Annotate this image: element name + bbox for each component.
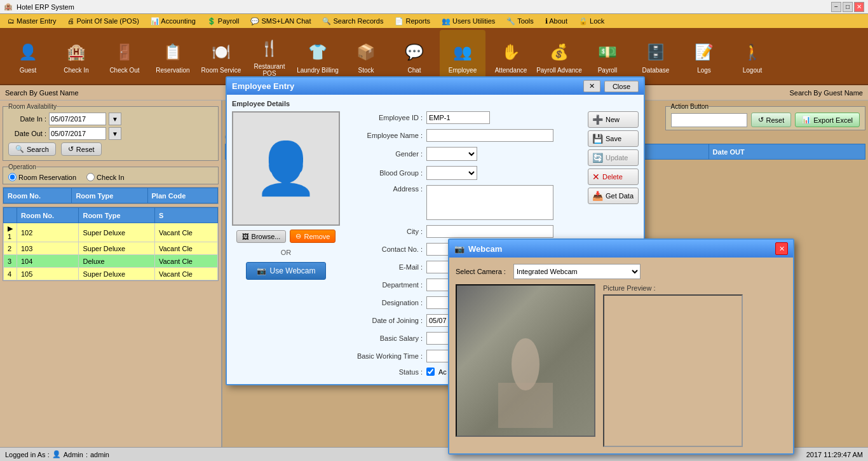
- delete-button[interactable]: ✕ Delete: [588, 169, 639, 185]
- radio-room-reservation-input[interactable]: [8, 173, 17, 181]
- radio-room-reservation[interactable]: Room Reservation: [8, 173, 76, 181]
- toolbar-restaurant[interactable]: 🍴 Restaurant POS: [247, 30, 292, 82]
- toolbar-checkin-label: Check In: [64, 67, 88, 74]
- use-webcam-label: Use Webcam: [270, 266, 316, 275]
- menu-accounting[interactable]: 📊 Accounting: [146, 16, 201, 27]
- toolbar-employee[interactable]: 👥 Employee: [440, 30, 485, 82]
- toolbar-payroll-advance[interactable]: 💰 Payroll Advance: [536, 30, 582, 82]
- row-room-type: Super Deluxe: [79, 268, 155, 280]
- menu-tools[interactable]: 🔧 Tools: [501, 16, 539, 27]
- date-joining-label: Date of Joining :: [346, 317, 423, 324]
- menu-payroll[interactable]: 💲 Payroll: [202, 16, 245, 27]
- reset-button[interactable]: ↺ Reset: [61, 142, 102, 156]
- menu-master-entry[interactable]: 🗂 Master Entry: [3, 16, 61, 26]
- address-textarea[interactable]: [426, 185, 553, 220]
- toolbar-guest[interactable]: 👤 Guest: [5, 30, 51, 82]
- date-in-label: Date In :: [8, 115, 46, 123]
- row-room-no: 103: [17, 242, 79, 255]
- status-label: Status :: [346, 368, 423, 376]
- close-button[interactable]: ✕: [854, 2, 864, 12]
- employee-dialog-close-x-button[interactable]: ✕: [583, 80, 600, 92]
- minimize-button[interactable]: −: [831, 2, 841, 12]
- toolbar-logout[interactable]: 🚶 Logout: [729, 30, 775, 82]
- maximize-button[interactable]: □: [843, 2, 853, 12]
- get-data-button[interactable]: 📥 Get Data: [588, 188, 639, 204]
- logged-in-label: Logged in As :: [5, 451, 50, 458]
- toolbar-room-service[interactable]: 🍽️ Room Service: [198, 30, 244, 82]
- toolbar-payroll[interactable]: 💵 Payroll: [585, 30, 630, 82]
- date-out-input[interactable]: [49, 127, 106, 140]
- use-webcam-button[interactable]: 📷 Use Webcam: [246, 262, 327, 280]
- blood-group-select[interactable]: A+A- B+B- AB+AB- O+O-: [426, 166, 477, 180]
- webcam-camera-row: Select Camera : Integrated Webcam: [456, 264, 787, 279]
- update-button[interactable]: 🔄 Update: [588, 149, 639, 166]
- action-reset-label: Reset: [766, 116, 785, 124]
- delete-icon: ✕: [592, 172, 600, 182]
- menu-search[interactable]: 🔍 Search Records: [317, 16, 388, 27]
- date-in-calendar-button[interactable]: ▼: [109, 113, 121, 125]
- radio-check-in[interactable]: Check In: [86, 173, 124, 181]
- photo-placeholder-icon: 👤: [254, 139, 318, 198]
- status-user: Admin: [64, 451, 83, 458]
- new-button[interactable]: ➕ New: [588, 111, 639, 128]
- toolbar-logout-label: Logout: [743, 67, 763, 74]
- webcam-dialog-title-bar: 📷 Webcam ✕: [449, 240, 793, 258]
- webcam-picture-box: [603, 294, 743, 447]
- remove-icon: ⊖: [295, 232, 301, 240]
- save-button[interactable]: 💾 Save: [588, 130, 639, 147]
- date-out-label: Date Out :: [8, 130, 46, 137]
- toolbar-logs[interactable]: 📝 Logs: [681, 30, 727, 82]
- radio-check-in-input[interactable]: [86, 173, 95, 181]
- designation-label: Designation :: [346, 299, 423, 306]
- menu-pos[interactable]: 🖨 Point Of Sale (POS): [62, 16, 144, 26]
- room-row-3[interactable]: 3 104 Deluxe Vacant Cle: [4, 255, 218, 268]
- date-out-calendar-button[interactable]: ▼: [109, 127, 121, 140]
- room-row-2[interactable]: 2 103 Super Deluxe Vacant Cle: [4, 242, 218, 255]
- toolbar-chat[interactable]: 💬 Chat: [391, 30, 437, 82]
- camera-select[interactable]: Integrated Webcam: [513, 264, 641, 279]
- menu-users[interactable]: 👥 Users Utilities: [437, 16, 500, 27]
- export-excel-button[interactable]: 📊 Export Excel: [795, 113, 860, 127]
- action-input[interactable]: [671, 113, 747, 127]
- status-username: admin: [90, 451, 109, 458]
- browse-button[interactable]: 🖼 Browse...: [236, 230, 287, 243]
- status-separator: :: [86, 451, 88, 458]
- toolbar-database[interactable]: 🗄️ Database: [633, 30, 679, 82]
- picture-preview-label: Picture Preview :: [603, 284, 787, 292]
- toolbar-attendance[interactable]: ✋ Attendance: [488, 30, 534, 82]
- remove-button[interactable]: ⊖ Remove: [290, 230, 336, 243]
- toolbar-stock[interactable]: 📦 Stock: [343, 30, 389, 82]
- reset-icon: ↺: [68, 145, 74, 153]
- employee-name-input[interactable]: [426, 129, 553, 142]
- toolbar-database-label: Database: [642, 67, 670, 74]
- menu-about[interactable]: ℹ About: [540, 16, 573, 27]
- gender-select[interactable]: Male Female: [426, 147, 477, 161]
- action-reset-button[interactable]: ↺ Reset: [751, 113, 792, 127]
- toolbar-checkout[interactable]: 🚪 Check Out: [102, 30, 147, 82]
- employee-id-input[interactable]: [426, 111, 490, 124]
- toolbar-laundry[interactable]: 👕 Laundry Billing: [295, 30, 341, 82]
- stock-icon: 📦: [353, 39, 379, 65]
- menu-sms[interactable]: 💬 SMS+LAN Chat: [245, 16, 316, 27]
- menu-reports[interactable]: 📄 Reports: [390, 16, 435, 27]
- emp-name-label: Employee Name :: [346, 132, 423, 139]
- col-room-no-2: Room No.: [17, 208, 79, 223]
- employee-dialog-close-button[interactable]: Close: [604, 81, 639, 92]
- room-row-1[interactable]: ▶ 1 102 Super Deluxe Vacant Cle: [4, 223, 218, 242]
- menu-lock[interactable]: 🔒 Lock: [574, 16, 609, 27]
- remove-label: Remove: [304, 233, 330, 240]
- city-input[interactable]: [426, 225, 553, 238]
- toolbar-stock-label: Stock: [358, 67, 374, 74]
- toolbar-checkin[interactable]: 🏨 Check In: [53, 30, 99, 82]
- title-bar-controls[interactable]: − □ ✕: [831, 2, 864, 12]
- search-button[interactable]: 🔍 Search: [8, 142, 56, 156]
- date-in-input[interactable]: [49, 113, 106, 125]
- address-label: Address :: [346, 185, 423, 193]
- webcam-dialog[interactable]: 📷 Webcam ✕ Select Camera : Integrated We…: [448, 238, 794, 455]
- toolbar-reservation[interactable]: 📋 Reservation: [150, 30, 196, 82]
- webcam-close-button[interactable]: ✕: [775, 242, 788, 255]
- room-row-4[interactable]: 4 105 Super Deluxe Vacant Cle: [4, 268, 218, 280]
- row-num: 3: [4, 255, 17, 268]
- employee-dialog-title-bar: Employee Entry ✕ Close: [227, 78, 644, 95]
- status-checkbox[interactable]: [426, 368, 435, 376]
